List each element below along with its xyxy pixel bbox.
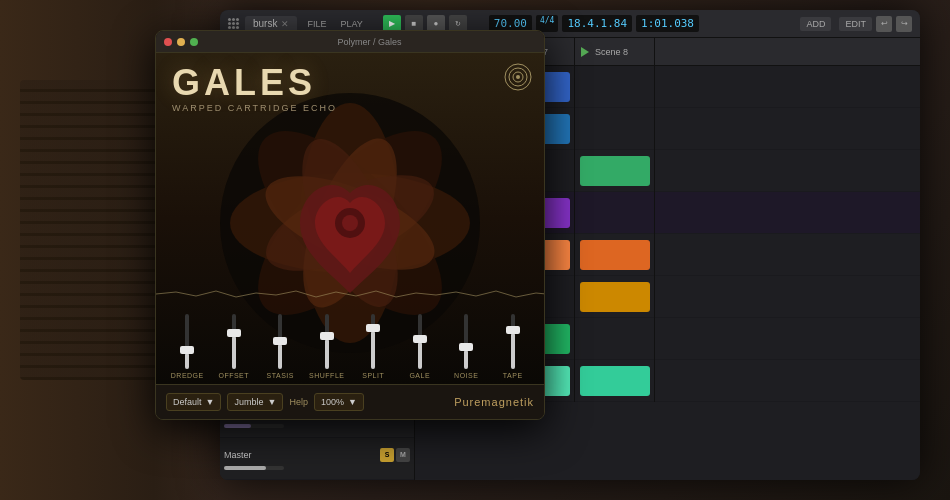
- add-button[interactable]: ADD: [800, 17, 831, 31]
- preset-label: Default: [173, 397, 202, 407]
- track-fader[interactable]: [224, 424, 284, 428]
- minimize-window-btn[interactable]: [177, 38, 185, 46]
- edit-button[interactable]: EDIT: [839, 17, 872, 31]
- help-button[interactable]: Help: [289, 397, 308, 407]
- redo-button[interactable]: ↪: [896, 16, 912, 32]
- tape-slider[interactable]: [511, 314, 515, 369]
- svg-point-10: [342, 215, 358, 231]
- track-name-master: Master: [224, 450, 377, 460]
- plugin-title-area: GALES WARPED CARTRIDGE ECHO: [172, 65, 337, 113]
- stasis-label: STASIS: [267, 372, 294, 379]
- control-tape: TAPE: [492, 314, 535, 379]
- zoom-dropdown-icon: ▼: [348, 397, 357, 407]
- track-item-master[interactable]: Master S M: [220, 438, 414, 480]
- bpm-value: 70.00: [494, 17, 527, 30]
- control-gale: GALE: [399, 314, 442, 379]
- brand-name: Puremagnetik: [454, 396, 534, 408]
- clip-cell[interactable]: [575, 66, 655, 108]
- play-scene-8-icon[interactable]: [581, 47, 591, 57]
- split-label: SPLIT: [362, 372, 384, 379]
- control-noise: NOISE: [445, 314, 488, 379]
- zoom-dropdown[interactable]: 100% ▼: [314, 393, 364, 411]
- shuffle-label: SHUFFLE: [309, 372, 344, 379]
- solo-btn[interactable]: S: [380, 448, 394, 462]
- bars-display[interactable]: 1:01.038: [636, 15, 699, 32]
- bars-value: 1:01.038: [641, 17, 694, 30]
- plugin-title: GALES: [172, 65, 337, 101]
- clip-cell[interactable]: [575, 360, 655, 402]
- plugin-path: Polymer / Gales: [337, 37, 401, 47]
- clip-cell[interactable]: [575, 150, 655, 192]
- dredge-label: DREDGE: [171, 372, 204, 379]
- noise-slider[interactable]: [464, 314, 468, 369]
- clip-cell[interactable]: [575, 234, 655, 276]
- plugin-subtitle: WARPED CARTRIDGE ECHO: [172, 103, 337, 113]
- offset-label: OFFSET: [218, 372, 249, 379]
- puremagnetik-logo: [504, 63, 532, 91]
- preset-dropdown[interactable]: Default ▼: [166, 393, 221, 411]
- clip-cell[interactable]: [575, 276, 655, 318]
- svg-point-14: [516, 75, 520, 79]
- plugin-footer: Default ▼ Jumble ▼ Help 100% ▼ Puremagne…: [156, 384, 544, 419]
- control-stasis: STASIS: [259, 314, 302, 379]
- noise-label: NOISE: [454, 372, 478, 379]
- time-sig-value: 4/4: [540, 17, 554, 25]
- position-value: 18.4.1.84: [567, 17, 627, 30]
- close-window-btn[interactable]: [164, 38, 172, 46]
- tab-close-btn[interactable]: ✕: [281, 19, 289, 29]
- dredge-slider[interactable]: [185, 314, 189, 369]
- bank-label: Jumble: [234, 397, 263, 407]
- tape-label: TAPE: [503, 372, 523, 379]
- bank-dropdown-icon: ▼: [267, 397, 276, 407]
- grid-icon: [228, 18, 239, 29]
- zoom-label: 100%: [321, 397, 344, 407]
- gale-label: GALE: [409, 372, 430, 379]
- stasis-slider[interactable]: [278, 314, 282, 369]
- track-info: Master S M: [224, 448, 410, 470]
- split-slider[interactable]: [371, 314, 375, 369]
- control-dredge: DREDGE: [166, 314, 209, 379]
- undo-button[interactable]: ↩: [876, 16, 892, 32]
- clip-cell[interactable]: [575, 108, 655, 150]
- control-shuffle: SHUFFLE: [306, 314, 349, 379]
- tab-label: bursk: [253, 18, 277, 29]
- position-display[interactable]: 18.4.1.84: [562, 15, 632, 32]
- plugin-titlebar: Polymer / Gales: [156, 31, 544, 53]
- plugin-body: GALES WARPED CARTRIDGE ECHO DREDGE: [156, 53, 544, 384]
- controls-row: DREDGE OFFSET STASIS: [156, 304, 544, 384]
- bank-dropdown[interactable]: Jumble ▼: [227, 393, 283, 411]
- shuffle-slider[interactable]: [325, 314, 329, 369]
- control-offset: OFFSET: [213, 314, 256, 379]
- clip-cell[interactable]: [575, 318, 655, 360]
- track-fader[interactable]: [224, 466, 284, 470]
- mute-btn[interactable]: M: [396, 448, 410, 462]
- current-tab[interactable]: bursk ✕: [245, 16, 297, 31]
- waveform-display: [156, 284, 544, 304]
- clip-cell[interactable]: [575, 192, 655, 234]
- track-controls: S M: [380, 448, 410, 462]
- scene-col-8[interactable]: Scene 8: [575, 38, 655, 66]
- scene-8-label: Scene 8: [595, 47, 628, 57]
- file-menu[interactable]: FILE: [303, 19, 330, 29]
- play-menu[interactable]: PLAY: [336, 19, 366, 29]
- gale-slider[interactable]: [418, 314, 422, 369]
- maximize-window-btn[interactable]: [190, 38, 198, 46]
- control-split: SPLIT: [352, 314, 395, 379]
- preset-dropdown-icon: ▼: [206, 397, 215, 407]
- offset-slider[interactable]: [232, 314, 236, 369]
- plugin-window: Polymer / Gales: [155, 30, 545, 420]
